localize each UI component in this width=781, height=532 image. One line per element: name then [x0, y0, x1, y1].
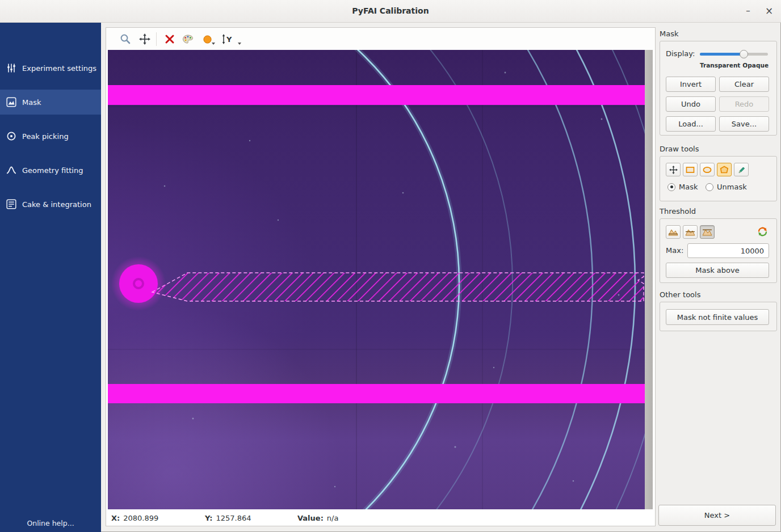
next-button[interactable]: Next >	[658, 505, 776, 526]
status-value: n/a	[327, 514, 339, 522]
minimize-button[interactable]: –	[741, 3, 755, 18]
sidebar-item-peak-picking[interactable]: Peak picking	[0, 124, 101, 149]
sidebar: Experiment settings Mask Peak picking	[0, 23, 101, 532]
sidebar-item-label: Peak picking	[22, 132, 69, 141]
mask-band-top	[108, 85, 645, 105]
mask-radio-control[interactable]	[667, 183, 675, 191]
y-axis-dropdown-caret-icon[interactable]	[238, 43, 241, 45]
sidebar-item-geometry-fitting[interactable]: Geometry fitting	[0, 158, 101, 183]
online-help-link[interactable]: Online help...	[0, 519, 101, 527]
integration-list-icon	[6, 199, 16, 209]
other-tools-groupbox: Mask not finite values	[660, 302, 777, 331]
svg-text:Y: Y	[226, 35, 232, 44]
draw-tools-groupbox: Mask Unmask	[660, 156, 777, 201]
mask-above-button[interactable]: Mask above	[666, 263, 769, 278]
title-bar: PyFAI Calibration – ×	[0, 0, 781, 23]
toolbar-separator	[156, 32, 157, 46]
sliders-icon	[6, 63, 16, 73]
sidebar-item-experiment-settings[interactable]: Experiment settings	[0, 56, 101, 81]
draw-tools-section-title: Draw tools	[660, 145, 699, 153]
mask-groupbox: Display: Transparent Opaque Invert Clear…	[660, 41, 777, 136]
y-axis-orientation-icon[interactable]: Y	[220, 32, 237, 46]
status-y-value: 1257.864	[216, 514, 251, 522]
mask-section-title: Mask	[660, 29, 678, 38]
unmask-radio-label: Unmask	[717, 183, 747, 191]
detector-overlay	[108, 50, 645, 509]
status-x-label: X:	[111, 514, 120, 522]
close-button[interactable]: ×	[762, 3, 776, 18]
undo-button[interactable]: Undo	[666, 96, 716, 112]
other-tools-section-title: Other tools	[660, 290, 700, 299]
plot-right-margin-strip	[645, 50, 653, 509]
slider-handle[interactable]	[740, 50, 748, 58]
zoom-icon[interactable]	[119, 32, 132, 46]
polygon-tool-icon[interactable]	[717, 163, 732, 176]
mask-not-finite-button[interactable]: Mask not finite values	[666, 309, 769, 325]
mask-band-bottom	[108, 384, 645, 403]
mask-overlay	[108, 85, 645, 403]
transparent-label: Transparent	[700, 62, 740, 69]
max-label: Max:	[666, 246, 683, 255]
threshold-section-title: Threshold	[660, 207, 696, 216]
load-button[interactable]: Load...	[666, 116, 716, 132]
redo-button[interactable]: Redo	[719, 96, 769, 112]
unmask-radio-control[interactable]	[706, 183, 713, 191]
ellipse-tool-icon[interactable]	[700, 163, 715, 176]
colormap-palette-icon[interactable]	[181, 32, 195, 46]
sidebar-item-label: Mask	[22, 98, 41, 107]
window-title: PyFAI Calibration	[0, 6, 781, 15]
display-label: Display:	[666, 49, 695, 58]
mask-below-threshold-icon[interactable]	[666, 225, 681, 239]
save-button[interactable]: Save...	[719, 116, 769, 132]
refresh-icon[interactable]	[757, 226, 769, 238]
threshold-groupbox: Max: Mask above	[660, 218, 777, 283]
marker-color-dropdown-caret-icon[interactable]	[212, 43, 215, 45]
mask-above-threshold-icon[interactable]	[700, 225, 715, 239]
sidebar-item-cake-integration[interactable]: Cake & integration	[0, 192, 101, 217]
pencil-tool-icon[interactable]	[734, 163, 749, 176]
clear-button[interactable]: Clear	[719, 77, 769, 92]
plot-statusbar: X: 2080.899 Y: 1257.864 Value: n/a	[106, 511, 655, 526]
beamstop-mask-circle	[119, 264, 158, 303]
sidebar-item-mask[interactable]: Mask	[0, 90, 101, 115]
application-window: PyFAI Calibration – × Experiment setting…	[0, 0, 781, 532]
mask-radio[interactable]: Mask	[667, 183, 698, 191]
sidebar-item-label: Geometry fitting	[22, 166, 83, 175]
max-threshold-input[interactable]	[687, 243, 769, 258]
plot-widget: Y	[106, 27, 656, 526]
target-rings-icon	[6, 131, 16, 141]
pan-draw-tool-icon[interactable]	[666, 163, 681, 176]
status-value-label: Value:	[297, 514, 324, 522]
sidebar-item-label: Cake & integration	[22, 200, 91, 209]
mask-radio-label: Mask	[679, 183, 698, 191]
sidebar-item-label: Experiment settings	[22, 64, 96, 73]
plot-toolbar: Y	[106, 28, 655, 50]
polygon-mask-selection	[152, 273, 644, 301]
clear-mask-icon[interactable]	[163, 32, 177, 46]
status-y-label: Y:	[205, 514, 212, 522]
peak-curve-icon	[6, 165, 16, 175]
unmask-radio[interactable]: Unmask	[706, 183, 747, 191]
rectangle-tool-icon[interactable]	[683, 163, 698, 176]
status-x-value: 2080.899	[123, 514, 158, 522]
mask-image-icon	[6, 97, 16, 107]
slider-fill	[700, 53, 744, 56]
detector-image-canvas[interactable]	[108, 50, 645, 509]
mask-between-threshold-icon[interactable]	[683, 225, 698, 239]
opaque-label: Opaque	[742, 62, 769, 69]
mask-display-slider[interactable]	[700, 50, 768, 58]
invert-button[interactable]: Invert	[666, 77, 716, 92]
pan-icon[interactable]	[138, 32, 152, 46]
